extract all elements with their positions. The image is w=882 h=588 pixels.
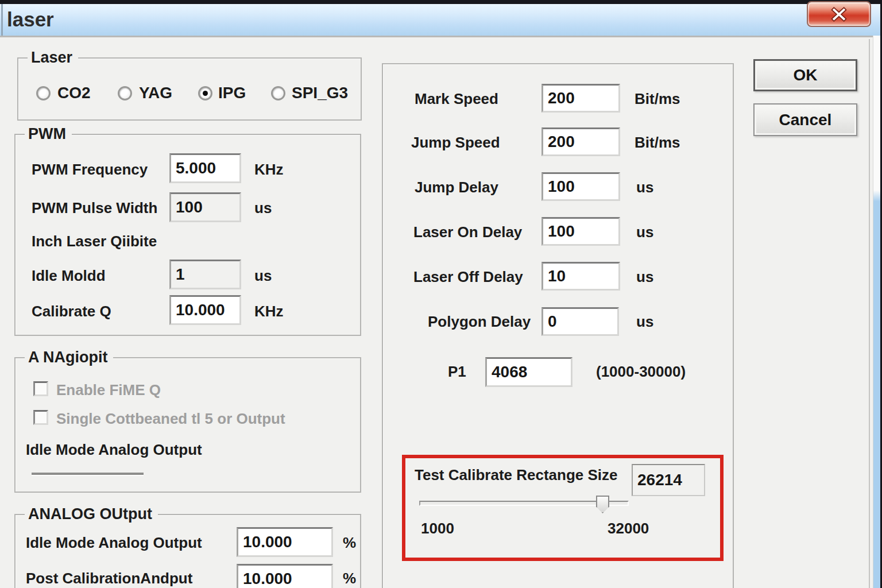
radio-spi-g3-label: SPI_G3: [292, 84, 348, 102]
window-right-border: [873, 36, 880, 588]
close-icon: [830, 6, 848, 23]
jump-delay-label: Jump Delay: [415, 179, 498, 196]
test-calibrate-label: Test Calibrate Rectange Size: [415, 466, 618, 483]
window-top-edge: [0, 0, 882, 4]
pwm-pulse-width-unit: us: [254, 199, 272, 216]
close-button[interactable]: [807, 1, 871, 27]
analog-output-group-label: ANALOG OUtput: [25, 505, 158, 523]
mark-speed-input[interactable]: [541, 84, 620, 113]
ok-button[interactable]: OK: [753, 59, 857, 91]
polygon-delay-unit: us: [636, 313, 653, 330]
calibrate-q-input[interactable]: [169, 295, 241, 325]
idle-mode-analog-output-heading: Idle Mode Analog Output: [26, 441, 202, 458]
laser-dialog: laser Laser CO2 YAG IPG SPI_G3 PWM PWM F…: [0, 0, 882, 588]
dialog-right-divider: [869, 39, 870, 588]
nagiopit-group-label: A NAgiopit: [25, 349, 113, 366]
jump-delay-input[interactable]: [541, 172, 620, 201]
idle-mode-analog-output-input[interactable]: [237, 527, 333, 557]
radio-spi-g3[interactable]: [271, 86, 285, 100]
laser-group-label: Laser: [28, 49, 78, 67]
idle-moldd-input[interactable]: [169, 260, 241, 289]
laser-off-delay-input[interactable]: [541, 262, 620, 291]
laser-on-delay-unit: us: [636, 223, 653, 241]
pwm-pulse-width-input[interactable]: [169, 192, 241, 222]
jump-speed-label: Jump Speed: [411, 134, 500, 151]
idle-mode-analog-output-slider[interactable]: [32, 473, 144, 475]
laser-off-delay-unit: us: [636, 268, 653, 285]
mark-speed-unit: Bit/ms: [635, 90, 680, 107]
p1-range-label: (1000-30000): [596, 363, 686, 380]
p1-input[interactable]: [485, 357, 572, 387]
pwm-pulse-width-label: PWM Pulse Width: [32, 199, 157, 216]
title-bar[interactable]: laser: [0, 4, 882, 37]
slider-min-label: 1000: [421, 520, 454, 537]
pwm-frequency-unit: KHz: [254, 161, 284, 178]
post-calibration-input[interactable]: [237, 564, 333, 588]
laser-off-delay-label: Laser Off Delay: [413, 268, 523, 285]
idle-mode-analog-output-label: Idle Mode Analog Output: [26, 534, 202, 551]
radio-ipg[interactable]: [198, 86, 212, 100]
radio-co2-label: CO2: [57, 84, 91, 102]
window-title: laser: [7, 8, 54, 31]
radio-co2[interactable]: [36, 86, 51, 100]
jump-delay-unit: us: [636, 179, 653, 196]
idle-mode-analog-output-unit: %: [343, 534, 356, 551]
polygon-delay-label: Polygon Delay: [428, 313, 531, 330]
post-calibration-unit: %: [343, 570, 356, 587]
jump-speed-unit: Bit/ms: [635, 134, 680, 151]
polygon-delay-input[interactable]: [541, 307, 619, 336]
radio-yag-label: YAG: [139, 84, 172, 102]
p1-label: P1: [448, 363, 466, 380]
enable-fime-q-checkbox[interactable]: [33, 381, 48, 396]
pwm-frequency-input[interactable]: [169, 153, 241, 183]
enable-fime-q-label: Enable FiME Q: [56, 381, 161, 399]
calibrate-q-unit: KHz: [254, 303, 284, 320]
idle-moldd-label: Idle Moldd: [32, 267, 106, 284]
single-cottbeaned-label: Single Cottbeaned tl 5 or Output: [56, 410, 285, 427]
cancel-button[interactable]: Cancel: [753, 103, 857, 136]
jump-speed-input[interactable]: [541, 127, 620, 156]
pwm-frequency-label: PWM Frequency: [32, 161, 148, 178]
test-calibrate-size-input[interactable]: [632, 464, 705, 496]
slider-max-label: 32000: [608, 520, 649, 537]
calibrate-q-label: Calibrate Q: [32, 303, 111, 320]
post-calibration-label: Post CalibrationAndput: [26, 570, 192, 587]
idle-moldd-unit: us: [254, 267, 272, 284]
radio-yag[interactable]: [118, 86, 132, 100]
pwm-group-label: PWM: [25, 125, 72, 143]
mark-speed-label: Mark Speed: [415, 90, 498, 107]
laser-on-delay-label: Laser On Delay: [413, 223, 522, 241]
single-cottbeaned-checkbox[interactable]: [33, 410, 48, 425]
radio-ipg-label: IPG: [218, 84, 246, 102]
inch-laser-note-label: Inch Laser Qiibite: [32, 233, 157, 250]
laser-on-delay-input[interactable]: [541, 217, 620, 246]
